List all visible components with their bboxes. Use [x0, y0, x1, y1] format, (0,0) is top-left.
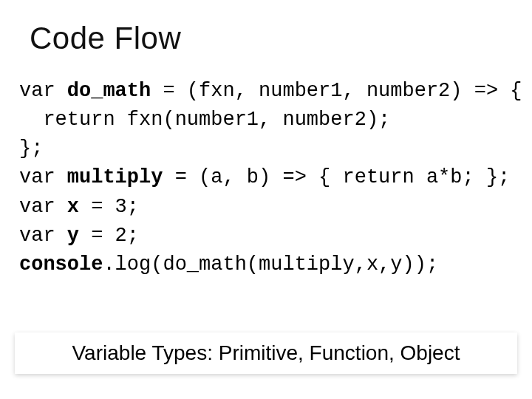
code-block: var do_math = (fxn, number1, number2) =>…	[19, 77, 508, 279]
kw-var: var	[19, 196, 67, 218]
code-line-2: return fxn(number1, number2);	[19, 109, 390, 131]
code-line-7: console.log(do_math(multiply,x,y));	[19, 253, 438, 276]
ident-multiply: multiply	[67, 166, 163, 188]
ident-x: x	[67, 196, 79, 218]
code-text: = (a, b) => { return a*b; };	[163, 166, 510, 188]
kw-var: var	[19, 80, 67, 102]
code-line-1: var do_math = (fxn, number1, number2) =>…	[19, 80, 522, 102]
kw-var: var	[19, 225, 67, 247]
footer-box: Variable Types: Primitive, Function, Obj…	[15, 332, 517, 374]
code-line-3: };	[19, 137, 43, 160]
slide: Code Flow var do_math = (fxn, number1, n…	[0, 0, 532, 399]
code-text: .log(do_math(multiply,x,y));	[103, 253, 438, 276]
ident-do-math: do_math	[67, 80, 151, 102]
code-line-5: var x = 3;	[19, 196, 139, 218]
code-line-6: var y = 2;	[19, 225, 139, 247]
slide-title: Code Flow	[30, 21, 508, 56]
code-text: = 2;	[79, 225, 139, 247]
kw-var: var	[19, 166, 67, 188]
code-text: = 3;	[79, 196, 139, 218]
ident-y: y	[67, 225, 79, 247]
code-line-4: var multiply = (a, b) => { return a*b; }…	[19, 166, 510, 188]
ident-console: console	[19, 253, 103, 276]
code-text: = (fxn, number1, number2) => {	[151, 80, 522, 102]
footer-text: Variable Types: Primitive, Function, Obj…	[72, 341, 460, 365]
